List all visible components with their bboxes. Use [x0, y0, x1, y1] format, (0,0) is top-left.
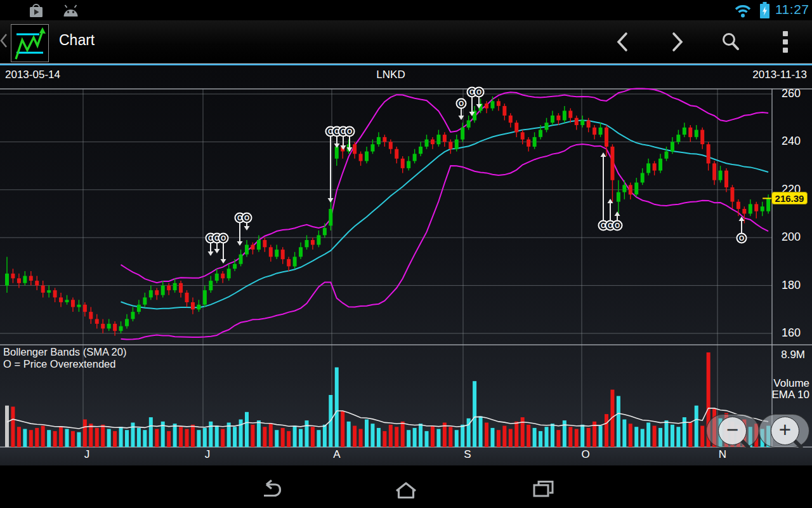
nav-recents-button[interactable] — [521, 473, 565, 505]
clock: 11:27 — [775, 2, 809, 17]
app-logo-icon[interactable] — [11, 24, 49, 62]
stock-chart-logo-icon — [11, 25, 48, 62]
search-button[interactable] — [713, 24, 749, 60]
action-bar: Chart — [0, 20, 812, 64]
android-screen: 11:27 Chart — [0, 0, 812, 508]
recent-apps-icon — [530, 479, 556, 499]
overflow-menu-button[interactable] — [768, 24, 803, 60]
nav-back-button[interactable] — [247, 473, 291, 505]
svg-text:O: O — [244, 214, 249, 222]
svg-text:O: O — [476, 88, 481, 96]
chevron-left-icon — [616, 32, 629, 52]
svg-text:O: O — [459, 100, 464, 107]
battery-charging-icon — [759, 2, 770, 19]
previous-symbol-button[interactable] — [605, 24, 640, 60]
search-icon — [721, 32, 741, 52]
overflow-menu-icon — [782, 31, 789, 53]
next-symbol-button[interactable] — [660, 24, 695, 60]
svg-text:O: O — [615, 222, 620, 229]
svg-text:O: O — [221, 234, 226, 242]
back-icon — [256, 479, 282, 499]
navigation-bar — [0, 470, 812, 508]
svg-text:O: O — [347, 128, 352, 135]
chart-area[interactable]: OOOOOOOOOOOOOOOO 2013-05-14 LNKD 2013-11… — [0, 65, 812, 465]
status-bar: 11:27 — [0, 0, 812, 20]
up-caret-icon[interactable] — [0, 32, 8, 49]
zoom-out-button[interactable]: − — [706, 414, 759, 448]
zoom-in-button[interactable]: + — [759, 414, 809, 448]
wifi-icon — [733, 3, 752, 18]
android-notification-icon — [62, 4, 79, 17]
chevron-right-icon — [671, 32, 684, 52]
page-title: Chart — [59, 32, 95, 49]
candlestick-chart[interactable]: OOOOOOOOOOOOOOOO — [0, 65, 812, 465]
home-icon — [393, 479, 419, 499]
play-store-notification-icon — [28, 3, 44, 18]
nav-home-button[interactable] — [384, 473, 428, 505]
svg-text:O: O — [739, 234, 744, 242]
